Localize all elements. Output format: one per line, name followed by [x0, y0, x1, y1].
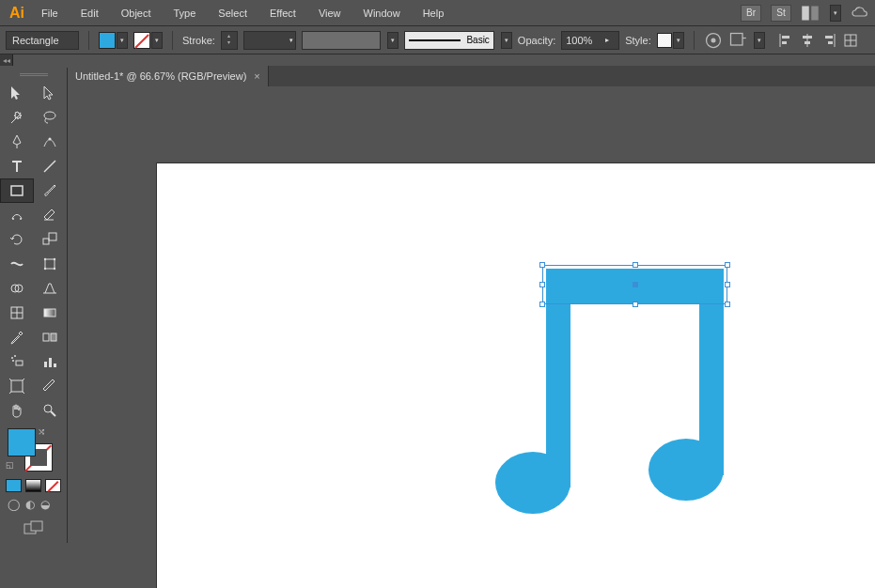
fill-indicator[interactable]	[8, 428, 36, 456]
selection-handle-s[interactable]	[633, 302, 638, 307]
menu-object[interactable]: Object	[112, 4, 161, 23]
scale-tool[interactable]	[34, 227, 68, 252]
width-tool[interactable]	[0, 252, 34, 276]
perspective-grid-tool[interactable]	[34, 276, 68, 301]
lasso-tool[interactable]	[34, 105, 68, 130]
sync-settings-icon[interactable]	[851, 4, 869, 23]
align-right-button[interactable]	[820, 31, 838, 50]
menu-effect[interactable]: Effect	[260, 4, 305, 23]
selection-handle-n[interactable]	[633, 262, 638, 268]
fill-color-button[interactable]: ▾	[99, 31, 128, 50]
zoom-tool[interactable]	[34, 398, 68, 423]
svg-rect-10	[805, 41, 810, 44]
rectangle-tool[interactable]	[0, 178, 34, 203]
menu-edit[interactable]: Edit	[71, 4, 108, 23]
variable-width-profile-arrow[interactable]: ▾	[387, 32, 398, 49]
draw-inside-icon[interactable]: ◒	[40, 498, 50, 511]
default-fill-stroke-icon[interactable]: ◱	[6, 460, 14, 470]
stroke-dropdown[interactable]: ▾	[151, 32, 163, 49]
graphic-style-button[interactable]: ▾	[657, 31, 684, 50]
svg-rect-4	[730, 33, 742, 45]
panel-grip[interactable]	[20, 73, 48, 77]
eyedropper-tool[interactable]	[0, 325, 34, 349]
note-head-right[interactable]	[648, 439, 724, 501]
magic-wand-tool[interactable]	[0, 105, 34, 130]
stroke-weight-field[interactable]: ▴ ▾	[221, 31, 238, 50]
divider	[88, 31, 89, 50]
variable-width-profile-dropdown[interactable]	[302, 31, 381, 50]
menu-view[interactable]: View	[309, 4, 351, 23]
draw-normal-icon[interactable]: ◯	[8, 498, 20, 511]
direct-selection-tool[interactable]	[34, 81, 68, 105]
style-dropdown[interactable]: ▾	[673, 32, 684, 49]
gradient-mode-button[interactable]	[25, 479, 41, 492]
free-transform-tool[interactable]	[34, 252, 68, 276]
svg-rect-33	[44, 309, 55, 317]
arrange-documents-dropdown[interactable]: ▾	[830, 5, 841, 22]
shaper-tool[interactable]	[0, 203, 34, 227]
document-tab[interactable]: Untitled-1* @ 66.67% (RGB/Preview) ×	[68, 66, 269, 86]
pen-tool[interactable]	[0, 130, 34, 154]
none-mode-button[interactable]	[45, 479, 61, 492]
shape-builder-tool[interactable]	[0, 276, 34, 301]
selection-handle-e[interactable]	[725, 282, 730, 287]
swap-fill-stroke-icon[interactable]: ⤭	[38, 426, 45, 437]
align-to-arrow[interactable]: ▾	[754, 32, 765, 49]
curvature-tool[interactable]	[34, 130, 68, 154]
selection-handle-se[interactable]	[725, 302, 730, 307]
menu-type[interactable]: Type	[164, 4, 206, 23]
selection-tool[interactable]	[0, 81, 34, 105]
transform-button[interactable]	[841, 31, 860, 50]
selection-type-dropdown[interactable]: Rectangle	[6, 31, 79, 50]
bridge-button[interactable]: Br	[741, 5, 761, 22]
fill-dropdown[interactable]: ▾	[117, 32, 128, 49]
artboard[interactable]	[157, 163, 875, 588]
stock-button[interactable]: St	[771, 5, 791, 22]
line-segment-tool[interactable]	[34, 154, 68, 178]
selection-handle-w[interactable]	[539, 282, 545, 287]
align-left-button[interactable]	[776, 31, 795, 50]
note-head-left[interactable]	[495, 452, 570, 514]
paintbrush-tool[interactable]	[34, 178, 67, 203]
hand-tool[interactable]	[0, 398, 34, 423]
menu-bar: Ai File Edit Object Type Select Effect V…	[0, 0, 875, 26]
align-buttons-group	[776, 31, 860, 50]
screen-mode-button[interactable]	[23, 520, 44, 537]
arrange-documents-button[interactable]	[801, 4, 820, 23]
canvas-area[interactable]	[68, 86, 875, 588]
selection-handle-ne[interactable]	[725, 262, 730, 268]
gradient-tool[interactable]	[34, 301, 68, 325]
mesh-tool[interactable]	[0, 301, 34, 325]
brush-definition-dropdown[interactable]: Basic	[404, 31, 494, 50]
stroke-weight-dropdown[interactable]: ▾	[243, 31, 296, 50]
menu-window[interactable]: Window	[354, 4, 410, 23]
type-tool[interactable]	[0, 154, 34, 178]
selection-bounding-box[interactable]	[542, 265, 727, 304]
fill-stroke-controls: ⤭ ◱	[0, 423, 67, 477]
draw-behind-icon[interactable]: ◐	[25, 498, 35, 511]
panel-collapse-grip[interactable]: ◂◂	[0, 54, 13, 66]
selection-handle-sw[interactable]	[539, 302, 545, 307]
menu-file[interactable]: File	[32, 4, 68, 23]
rotate-tool[interactable]	[0, 227, 34, 252]
blend-tool[interactable]	[34, 325, 68, 349]
symbol-sprayer-tool[interactable]	[0, 349, 34, 374]
selection-handle-nw[interactable]	[539, 262, 545, 268]
menu-help[interactable]: Help	[414, 4, 454, 23]
opacity-field[interactable]: 100% ▸	[561, 31, 619, 50]
align-hcenter-button[interactable]	[798, 31, 817, 50]
column-graph-tool[interactable]	[34, 349, 68, 374]
menu-select[interactable]: Select	[209, 4, 257, 23]
svg-point-28	[44, 268, 46, 270]
stroke-color-button[interactable]: ▾	[133, 31, 163, 50]
artboard-tool[interactable]	[0, 374, 34, 398]
color-mode-button[interactable]	[6, 479, 22, 492]
close-tab-button[interactable]: ×	[254, 70, 259, 82]
brush-definition-arrow[interactable]: ▾	[501, 32, 512, 49]
slice-tool[interactable]	[34, 374, 68, 398]
align-to-dropdown[interactable]	[728, 31, 747, 50]
brush-preview-icon	[409, 39, 461, 41]
eraser-tool[interactable]	[34, 203, 68, 227]
brush-definition-label: Basic	[466, 35, 489, 45]
recolor-artwork-button[interactable]	[704, 31, 723, 50]
